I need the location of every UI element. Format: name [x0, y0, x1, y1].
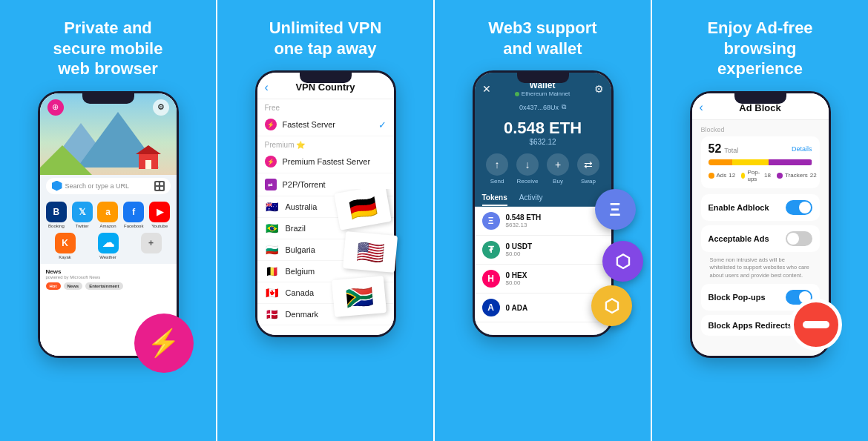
- facebook-icon: f: [123, 202, 144, 222]
- tag-news[interactable]: News: [64, 282, 83, 290]
- enable-adblock-row[interactable]: Enable Adblock: [701, 194, 820, 221]
- trackers-dot: [777, 173, 783, 179]
- panel-browser: Private and secure mobile web browser ⊕ …: [0, 0, 216, 441]
- vpn-premium-label: Premium ⭐: [257, 136, 394, 150]
- block-redirects-label: Block Apps Redirects: [708, 321, 792, 330]
- wallet-close-button[interactable]: ✕: [482, 83, 491, 95]
- twitter-label: Twitter: [76, 224, 89, 228]
- panel3-title: Web3 support and wallet: [488, 18, 596, 59]
- wallet-balance: 0.548 ETH $632.12: [475, 116, 611, 147]
- add-icon: +: [141, 233, 162, 253]
- details-link[interactable]: Details: [792, 145, 812, 153]
- ads-count: 12: [729, 172, 735, 179]
- booking-icon: B: [46, 202, 67, 222]
- trackers-count: 22: [810, 172, 817, 179]
- amazon-label: Amazon: [99, 224, 116, 228]
- action-receive[interactable]: ↓ Receive: [516, 153, 539, 185]
- acceptable-ads-knob: [787, 233, 799, 245]
- bar-ads: [708, 159, 732, 165]
- enable-adblock-toggle[interactable]: [786, 200, 812, 215]
- app-youtube[interactable]: ▶ Youtube: [149, 202, 171, 228]
- bar-popups: [732, 159, 769, 165]
- adblock-back-button[interactable]: ‹: [700, 101, 703, 114]
- phone-notch4: [734, 93, 786, 104]
- blocked-legend: Ads 12 Pop-ups 18 Trac: [708, 169, 812, 182]
- flags-overlay: 🇩🇪 🇺🇸 🇿🇦: [329, 189, 418, 337]
- panel2-title: Unlimited VPN one tap away: [269, 18, 382, 59]
- app-add[interactable]: +: [132, 233, 171, 259]
- wallet-actions: ↑ Send ↓ Receive + Buy ⇄: [475, 147, 611, 190]
- youtube-icon: ▶: [149, 202, 170, 222]
- fastest-server-label: Fastest Server: [283, 120, 372, 129]
- acceptable-ads-toggle[interactable]: [786, 231, 812, 246]
- app-kayak[interactable]: K Kayak: [46, 233, 85, 259]
- blocked-card: 52 Total Details: [701, 136, 820, 188]
- tab-tokens[interactable]: Tokens: [482, 190, 507, 206]
- trackers-label: Trackers: [785, 172, 808, 179]
- acceptable-ads-desc: Some non intrusive ads will be whitelist…: [701, 256, 820, 285]
- panel4-title: Enjoy Ad-free browsing experience: [707, 18, 812, 79]
- ads-dot: [708, 173, 714, 179]
- action-swap[interactable]: ⇄ Swap: [577, 153, 599, 185]
- app-amazon[interactable]: a Amazon: [97, 202, 119, 228]
- phone-notch2: [300, 73, 352, 83]
- ada-icon: A: [482, 299, 500, 316]
- block-popups-label: Block Pop-ups: [708, 293, 766, 302]
- receive-icon: ↓: [516, 153, 539, 176]
- vpn-screen-title: VPN Country: [295, 82, 355, 93]
- bnb-coin: ⬡: [591, 285, 632, 326]
- tag-entertainment[interactable]: Entertainment: [85, 282, 122, 290]
- app-booking[interactable]: B Booking: [46, 202, 68, 228]
- acceptable-ads-row[interactable]: Acceptable Ads: [701, 225, 820, 252]
- swap-label: Swap: [581, 178, 596, 185]
- no-entry-bar: [803, 321, 829, 328]
- legend-ads: Ads 12: [708, 169, 736, 182]
- buy-label: Buy: [553, 178, 563, 185]
- vpn-fastest-server[interactable]: ⚡ Fastest Server ✓: [257, 113, 394, 136]
- twitter-icon: 𝕏: [72, 202, 93, 222]
- app-grid: B Booking 𝕏 Twitter a Amazon f: [40, 197, 177, 233]
- action-send[interactable]: ↑ Send: [486, 153, 508, 185]
- flag-card-za: 🇿🇦: [331, 276, 386, 317]
- panel-vpn: Unlimited VPN one tap away ‹ VPN Country…: [216, 0, 433, 441]
- app-weather[interactable]: ☁ Weather: [89, 233, 128, 259]
- action-buy[interactable]: + Buy: [547, 153, 569, 185]
- adblock-screen-title: Ad Block: [739, 102, 780, 113]
- tab-activity[interactable]: Activity: [519, 190, 543, 206]
- search-bar[interactable]: Search or type a URL: [46, 178, 171, 194]
- panel-wallet: Web3 support and wallet ✕ Wallet Ethereu…: [433, 0, 651, 441]
- send-icon: ↑: [486, 153, 508, 176]
- panel1-title: Private and secure mobile web browser: [53, 18, 163, 79]
- bar-trackers: [769, 159, 812, 165]
- no-entry-overlay: [790, 299, 842, 351]
- qr-icon: [154, 181, 165, 191]
- blocked-bar: [708, 159, 812, 165]
- shield-icon: [52, 181, 62, 191]
- adblock-knob: [799, 202, 811, 213]
- panel-adblock: Enjoy Ad-free browsing experience ‹ Ad B…: [651, 0, 868, 441]
- tag-hot[interactable]: Hot: [46, 282, 61, 290]
- matic-coin: ⬡: [602, 241, 643, 282]
- search-input[interactable]: Search or type a URL: [65, 182, 151, 190]
- acceptable-ads-label: Acceptable Ads: [708, 234, 769, 243]
- globe-icon: ⊕: [47, 99, 64, 116]
- p2p-label: P2P/Torrent: [283, 180, 387, 189]
- receive-label: Receive: [517, 178, 539, 185]
- popups-label: Pop-ups: [747, 169, 762, 182]
- wallet-network: Ethereum Mainnet: [515, 90, 570, 97]
- send-label: Send: [490, 178, 504, 185]
- phone-notch: [82, 93, 134, 104]
- wallet-address[interactable]: 0x437...68Ux ⧉: [475, 102, 611, 116]
- flag-card-de: 🇩🇪: [334, 189, 392, 231]
- legend-popups: Pop-ups 18: [741, 169, 771, 182]
- blocked-count: 52: [708, 142, 722, 156]
- wallet-settings-button[interactable]: ⚙: [594, 83, 604, 95]
- app-facebook[interactable]: f Facebook: [123, 202, 145, 228]
- app-twitter[interactable]: 𝕏 Twitter: [71, 202, 93, 228]
- blocked-section-label: Blocked: [701, 126, 820, 133]
- vpn-premium-fastest[interactable]: ⚡ Premium Fastest Server: [257, 150, 394, 173]
- facebook-label: Facebook: [124, 224, 143, 228]
- booking-label: Booking: [48, 224, 65, 228]
- swap-icon: ⇄: [577, 153, 599, 176]
- vpn-back-button[interactable]: ‹: [265, 81, 269, 94]
